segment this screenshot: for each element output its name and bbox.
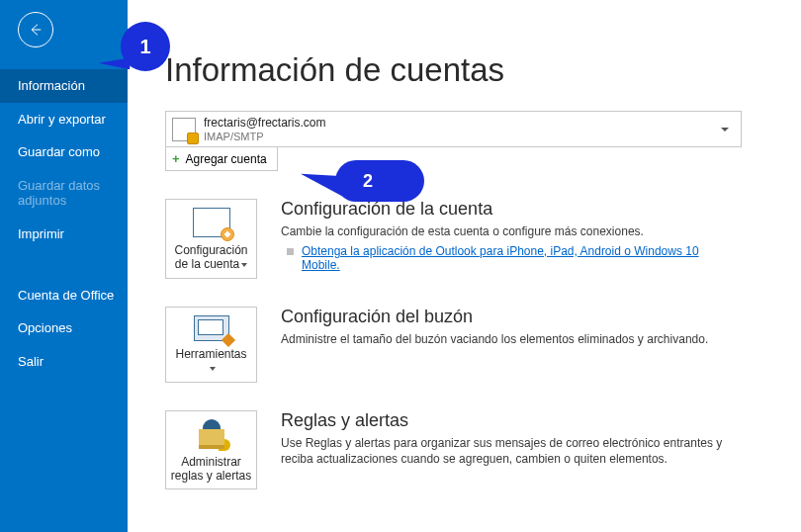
tools-icon — [194, 315, 229, 341]
section-desc: Administre el tamaño del buzón vaciando … — [281, 331, 708, 348]
tile-label: Herramientas — [170, 347, 252, 376]
tile-label: Administrar reglas y alertas — [170, 455, 252, 484]
section-rules-alerts: Administrar reglas y alertas Reglas y al… — [165, 410, 801, 490]
annotation-callout-2: 2 — [335, 160, 424, 202]
back-button[interactable] — [18, 12, 53, 47]
back-arrow-icon — [28, 22, 44, 38]
sidebar-item-guardar-datos-adjuntos: Guardar datos adjuntos — [0, 169, 128, 218]
main-panel: Información de cuentas frectaris@frectar… — [128, 0, 801, 532]
backstage-sidebar: Información Abrir y exportar Guardar com… — [0, 0, 128, 532]
account-type: IMAP/SMTP — [204, 131, 721, 142]
tile-reglas-alertas[interactable]: Administrar reglas y alertas — [165, 410, 257, 490]
account-selector[interactable]: frectaris@frectaris.com IMAP/SMTP — [165, 111, 742, 147]
section-account-settings: Configuración de la cuenta Configuración… — [165, 199, 801, 279]
account-email: frectaris@frectaris.com — [204, 116, 721, 130]
sidebar-item-imprimir[interactable]: Imprimir — [0, 218, 128, 251]
caret-down-icon — [210, 367, 216, 371]
rules-icon — [195, 419, 228, 449]
section-title: Reglas y alertas — [281, 410, 736, 431]
account-icon — [172, 118, 196, 141]
sidebar-item-abrir-exportar[interactable]: Abrir y exportar — [0, 103, 128, 136]
section-mailbox-settings: Herramientas Configuración del buzón Adm… — [165, 307, 801, 383]
sidebar-item-guardar-como[interactable]: Guardar como — [0, 135, 128, 169]
plus-icon: + — [172, 151, 180, 166]
section-desc: Cambie la configuración de esta cuenta o… — [281, 223, 736, 240]
add-account-label: Agregar cuenta — [186, 152, 267, 166]
annotation-callout-1: 1 — [121, 22, 170, 71]
sidebar-item-cuenta-office[interactable]: Cuenta de Office — [0, 279, 128, 312]
caret-down-icon — [241, 263, 247, 267]
section-desc: Use Reglas y alertas para organizar sus … — [281, 435, 736, 469]
tile-herramientas[interactable]: Herramientas — [165, 307, 257, 383]
tile-label: Configuración de la cuenta — [170, 243, 252, 272]
tile-configuracion-cuenta[interactable]: Configuración de la cuenta — [165, 199, 257, 279]
sidebar-item-opciones[interactable]: Opciones — [0, 311, 128, 345]
account-text: frectaris@frectaris.com IMAP/SMTP — [204, 116, 721, 142]
chevron-down-icon — [721, 128, 729, 132]
section-title: Configuración de la cuenta — [281, 199, 736, 220]
account-settings-icon — [193, 208, 230, 237]
sidebar-item-informacion[interactable]: Información — [0, 69, 128, 103]
bullet-icon — [287, 248, 294, 255]
bell-icon — [219, 439, 230, 451]
page-title: Información de cuentas — [165, 51, 801, 89]
add-account-button[interactable]: + Agregar cuenta — [165, 147, 278, 171]
outlook-mobile-link[interactable]: Obtenga la aplicación de Outlook para iP… — [302, 244, 736, 272]
section-title: Configuración del buzón — [281, 307, 708, 327]
sidebar-item-salir[interactable]: Salir — [0, 345, 128, 379]
